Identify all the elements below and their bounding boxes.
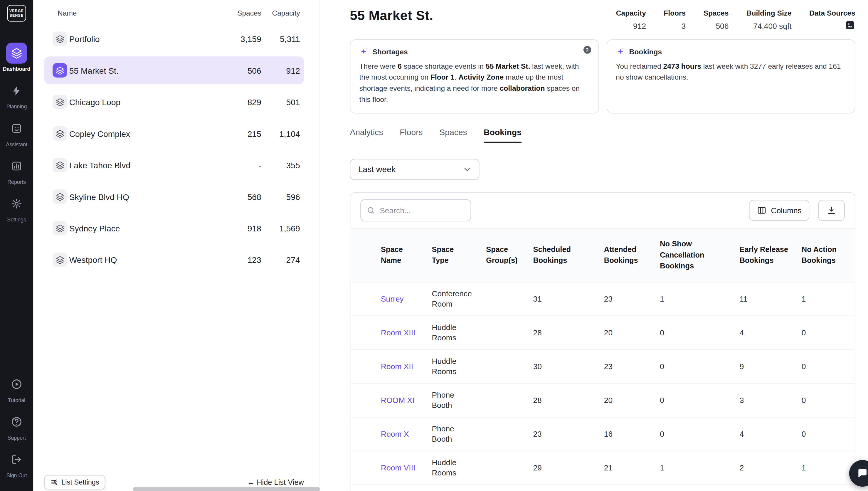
column-capacity[interactable]: Capacity — [266, 9, 300, 17]
early-release-cell: 4 — [733, 316, 795, 350]
space-name-link[interactable]: Room X — [381, 430, 409, 438]
hide-list-view-link[interactable]: ← Hide List View — [247, 478, 304, 486]
download-icon — [827, 205, 837, 215]
building-capacity: 355 — [266, 160, 300, 170]
building-stack-icon — [53, 253, 67, 267]
building-stack-icon — [53, 190, 67, 204]
space-type-cell: Phone Booth — [425, 417, 480, 451]
vergesense-logo: VERGE SENSE — [7, 5, 26, 22]
sidebar-item-dashboard[interactable]: Dashboard — [3, 42, 31, 72]
early-release-cell: 2 — [733, 451, 795, 485]
space-name-link[interactable]: Surrey — [381, 294, 404, 304]
column-header[interactable]: Scheduled Bookings — [527, 228, 597, 282]
building-row[interactable]: Copley Complex 215 1,104 — [44, 119, 304, 147]
building-capacity: 1,569 — [266, 224, 300, 233]
tab-analytics[interactable]: Analytics — [350, 127, 383, 143]
space-name-link[interactable]: ROOM XI — [381, 396, 414, 405]
early-release-cell: 9 — [733, 350, 795, 383]
stat-data-sources: Data Sources — [809, 9, 856, 31]
no-action-cell: 1 — [795, 282, 855, 316]
early-release-cell: 4 — [733, 417, 795, 451]
no-action-cell: 1 — [795, 451, 855, 485]
building-stack-icon — [53, 94, 67, 109]
building-spaces: 3,159 — [217, 34, 261, 44]
help-icon[interactable]: ? — [583, 46, 591, 53]
building-row[interactable]: Skyline Blvd HQ 568 596 — [44, 183, 304, 210]
column-header[interactable]: Space Name — [350, 228, 425, 282]
building-list-panel: Name Spaces Capacity Portfolio 3,159 5,3… — [33, 0, 320, 491]
column-header[interactable]: No Action Bookings — [795, 228, 855, 282]
sidebar-item-planning[interactable]: Planning — [6, 80, 27, 110]
table-row[interactable]: Surrey Conference Room 31 23 1 11 1 — [350, 282, 855, 316]
scheduled-bookings-cell: 29 — [527, 451, 597, 485]
column-name[interactable]: Name — [58, 9, 213, 17]
data-sources-icon[interactable] — [845, 20, 856, 31]
sparkle-icon — [359, 47, 368, 56]
no-show-cancellation-cell: 1 — [653, 451, 733, 485]
building-row[interactable]: Lake Tahoe Blvd - 355 — [44, 151, 304, 179]
space-name-link[interactable]: Room VIII — [381, 463, 415, 472]
sidebar-item-support[interactable]: Support — [6, 411, 27, 441]
table-row[interactable]: Room X Phone Booth 23 16 0 4 0 — [350, 417, 855, 451]
column-header[interactable]: Space Type — [425, 228, 480, 282]
space-group-cell — [480, 383, 527, 417]
horizontal-scrollbar[interactable] — [133, 487, 320, 491]
table-row[interactable]: Room XII Huddle Rooms 30 23 0 9 0 — [350, 350, 855, 383]
building-row[interactable]: Portfolio 3,159 5,311 — [44, 25, 304, 53]
no-show-cancellation-cell: 0 — [653, 417, 733, 451]
table-row[interactable]: Room VIII Huddle Rooms 29 21 1 2 1 — [350, 451, 855, 485]
date-range-value: Last week — [358, 165, 395, 174]
download-button[interactable] — [818, 200, 844, 221]
building-row[interactable]: Sydney Place 918 1,569 — [44, 214, 304, 242]
search-input[interactable] — [380, 206, 465, 214]
tab-spaces[interactable]: Spaces — [439, 127, 467, 143]
space-type-cell: Huddle Rooms — [425, 451, 480, 485]
column-header[interactable]: No Show Cancellation Bookings — [653, 228, 733, 282]
column-spaces[interactable]: Spaces — [217, 9, 261, 17]
building-name: Westport HQ — [69, 255, 213, 264]
space-name-link[interactable]: Room XII — [381, 362, 413, 371]
bar-chart-icon — [6, 156, 27, 177]
attended-bookings-cell: 23 — [597, 350, 653, 383]
sidebar-item-tutorial[interactable]: Tutorial — [6, 374, 27, 403]
space-type-cell: Phone Booth — [425, 383, 480, 417]
no-action-cell: 0 — [795, 485, 855, 491]
sidebar-item-assistant[interactable]: Assistant — [6, 118, 27, 147]
tab-bookings[interactable]: Bookings — [484, 127, 521, 143]
column-header[interactable]: Attended Bookings — [597, 228, 653, 282]
table-row[interactable]: ROOM XI Phone Booth 28 20 0 3 0 — [350, 383, 855, 417]
building-capacity: 596 — [266, 192, 300, 201]
space-type-cell: Focus Booth — [425, 485, 480, 491]
attended-bookings-cell: 20 — [597, 485, 653, 491]
building-name: Portfolio — [69, 34, 213, 44]
chevron-down-icon — [462, 164, 472, 174]
table-row[interactable]: Room XIII Huddle Rooms 28 20 0 4 0 — [350, 316, 855, 350]
building-name: Sydney Place — [69, 224, 213, 233]
building-list: Portfolio 3,159 5,311 55 Market St. 506 … — [44, 25, 304, 273]
building-name: 55 Market St. — [69, 65, 213, 75]
building-row[interactable]: Chicago Loop 829 501 — [44, 88, 304, 116]
sidebar-item-settings[interactable]: Settings — [6, 193, 27, 223]
no-show-cancellation-cell: 0 — [653, 383, 733, 417]
sidebar-item-sign-out[interactable]: Sign Out — [6, 449, 27, 479]
building-row[interactable]: Westport HQ 123 274 — [44, 246, 304, 273]
space-name-link[interactable]: Room XIII — [381, 328, 415, 337]
no-action-cell: 0 — [795, 383, 855, 417]
date-range-select[interactable]: Last week — [350, 158, 479, 180]
column-header[interactable]: Space Group(s) — [480, 228, 527, 282]
building-spaces: - — [217, 160, 261, 170]
shortages-title: Shortages — [372, 47, 408, 56]
sidebar-item-reports[interactable]: Reports — [6, 156, 27, 185]
table-header-row: Space Name Space Type Space Group(s) Sch… — [350, 228, 855, 282]
list-settings-button[interactable]: List Settings — [44, 475, 106, 490]
building-spaces: 215 — [217, 128, 261, 138]
building-row[interactable]: 55 Market St. 506 912 — [44, 56, 304, 84]
bookings-table: Space Name Space Type Space Group(s) Sch… — [350, 228, 855, 491]
question-circle-icon — [6, 411, 27, 433]
attended-bookings-cell: 20 — [597, 383, 653, 417]
columns-button[interactable]: Columns — [749, 200, 809, 221]
column-header[interactable]: Early Release Bookings — [733, 228, 795, 282]
main-content: 55 Market St. Capacity 912 Floors 3 Spac… — [320, 0, 868, 491]
table-row[interactable]: Room VII Focus Booth 27 20 0 6 0 — [350, 485, 855, 491]
tab-floors[interactable]: Floors — [400, 127, 423, 143]
